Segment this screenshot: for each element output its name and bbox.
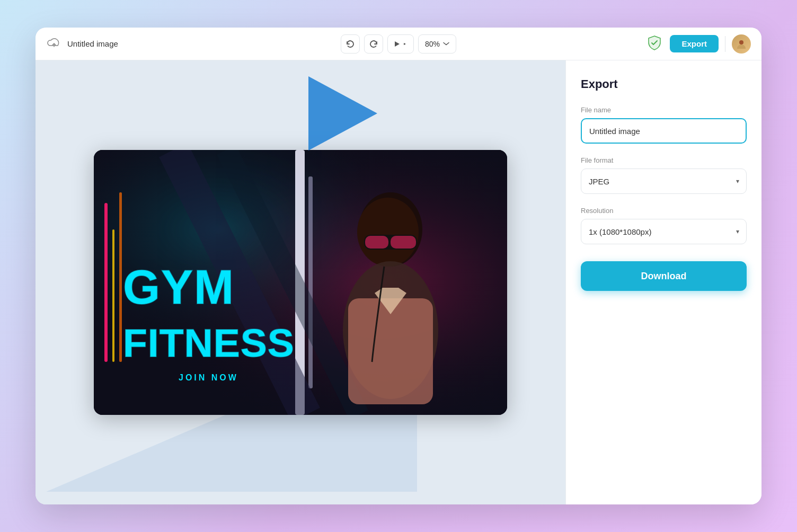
export-button[interactable]: Export — [670, 35, 719, 52]
svg-marker-2 — [308, 76, 377, 150]
panel-title: Export — [581, 77, 747, 91]
download-button[interactable]: Download — [581, 261, 747, 291]
main-content: GYM FITNESS JOIN NOW GYM FITNESS Export … — [36, 60, 761, 504]
resolution-select[interactable]: 1x (1080*1080px) 2x (2160*2160px) 0.5x (… — [581, 219, 747, 244]
file-title: Untitled image — [67, 39, 118, 48]
header: Untitled image — [36, 28, 761, 60]
cloud-icon — [46, 35, 62, 53]
play-button[interactable] — [387, 34, 414, 54]
zoom-selector[interactable]: 80% — [418, 34, 456, 54]
resolution-label: Resolution — [581, 207, 747, 215]
header-right: Export — [645, 34, 751, 54]
svg-point-15 — [357, 198, 419, 267]
svg-rect-11 — [308, 176, 313, 388]
file-name-input[interactable] — [581, 118, 747, 144]
file-format-select[interactable]: JPEG PNG PDF SVG WebP — [581, 169, 747, 194]
arrow-decoration — [308, 76, 377, 153]
svg-text:FITNESS: FITNESS — [123, 321, 295, 365]
file-format-label: File format — [581, 156, 747, 164]
svg-rect-7 — [104, 203, 108, 362]
svg-rect-9 — [119, 192, 122, 362]
file-name-label: File name — [581, 106, 747, 114]
svg-text:JOIN NOW: JOIN NOW — [179, 373, 238, 382]
export-panel: Export File name File format JPEG PNG PD… — [565, 60, 761, 504]
svg-point-1 — [739, 40, 743, 45]
header-divider — [725, 36, 725, 52]
shield-icon — [645, 34, 663, 54]
svg-rect-8 — [112, 229, 114, 362]
resolution-wrapper: 1x (1080*1080px) 2x (2160*2160px) 0.5x (… — [581, 219, 747, 244]
svg-marker-0 — [395, 41, 400, 47]
svg-rect-18 — [391, 236, 416, 249]
file-format-wrapper: JPEG PNG PDF SVG WebP ▾ — [581, 169, 747, 194]
app-window: Untitled image — [36, 28, 761, 504]
svg-text:GYM: GYM — [123, 261, 235, 314]
canvas-area: GYM FITNESS JOIN NOW GYM FITNESS — [36, 60, 565, 504]
avatar[interactable] — [732, 34, 751, 54]
svg-rect-17 — [365, 236, 388, 249]
redo-button[interactable] — [364, 34, 383, 54]
zoom-value: 80% — [425, 40, 440, 48]
gym-canvas: GYM FITNESS JOIN NOW GYM FITNESS — [94, 150, 507, 415]
header-toolbar: 80% — [341, 34, 456, 54]
undo-button[interactable] — [341, 34, 360, 54]
